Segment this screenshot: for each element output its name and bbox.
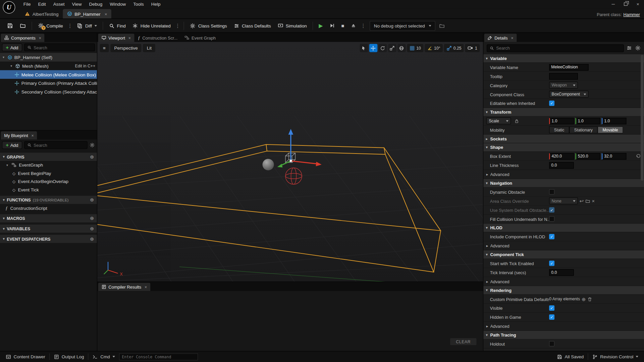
viewport-3d[interactable]: ≡ Perspective Lit 10 — [97, 42, 483, 282]
gear-icon[interactable] — [90, 142, 95, 148]
rotation-snap-control[interactable]: 10° — [425, 44, 443, 52]
class-settings-button[interactable]: Class Settings — [187, 20, 230, 31]
box-extent-z-field[interactable] — [602, 153, 626, 160]
category-dropdown[interactable]: Weapon — [549, 82, 578, 89]
lock-icon[interactable] — [514, 118, 519, 123]
section-header-transform[interactable]: ▾Transform — [483, 108, 644, 117]
scale-y-field[interactable] — [576, 118, 600, 124]
compile-options-icon[interactable]: ⋮ — [67, 23, 73, 28]
tab-close-icon[interactable]: × — [105, 11, 107, 16]
grid-snap-control[interactable]: 10 — [407, 44, 423, 52]
reset-to-default-icon[interactable] — [636, 154, 641, 159]
view-mode-dropdown[interactable]: Lit — [143, 44, 155, 52]
compile-button[interactable]: ? Compile — [35, 20, 66, 31]
mobility-static-button[interactable]: Static — [549, 126, 569, 133]
visible-checkbox[interactable] — [549, 305, 554, 311]
section-event-dispatchers[interactable]: ▾ EVENT DISPATCHERS ⊕ — [0, 235, 97, 243]
move-tool-button[interactable] — [369, 44, 377, 52]
clear-button[interactable]: CLEAR — [450, 338, 476, 345]
world-local-toggle[interactable] — [397, 44, 406, 52]
cmd-dropdown[interactable]: Cmd — [89, 351, 119, 362]
all-saved-indicator[interactable]: All Saved — [553, 351, 588, 362]
event-beginplay-row[interactable]: ◇ Event BeginPlay — [0, 169, 97, 177]
expander-icon[interactable]: ▾ — [5, 163, 9, 167]
perspective-dropdown[interactable]: Perspective — [110, 44, 141, 52]
hide-unrelated-button[interactable]: Hide Unrelated — [129, 20, 173, 31]
include-hlod-checkbox[interactable] — [549, 234, 554, 239]
mobility-movable-button[interactable]: Movable — [598, 126, 623, 133]
tab-viewport[interactable]: Viewport × — [98, 34, 134, 42]
add-macro-icon[interactable]: ⊕ — [90, 216, 94, 221]
menu-window[interactable]: Window — [106, 0, 129, 8]
find-button[interactable]: Find — [106, 20, 129, 31]
section-header-path-tracing[interactable]: ▾Path Tracing — [483, 331, 644, 340]
area-class-dropdown[interactable]: None — [549, 197, 578, 204]
revision-control-button[interactable]: Revision Control — [588, 351, 642, 362]
start-tick-checkbox[interactable] — [549, 261, 554, 266]
scale-x-field[interactable] — [549, 118, 574, 124]
close-icon[interactable]: × — [145, 285, 147, 289]
section-header-sockets[interactable]: ▸Sockets — [483, 135, 644, 143]
box-extent-y-field[interactable] — [576, 153, 600, 160]
diff-button[interactable]: Diff — [74, 20, 100, 31]
section-header-hlod[interactable]: ▾HLOD — [483, 224, 644, 232]
gear-icon[interactable] — [635, 45, 641, 51]
event-graph-row[interactable]: ▾ EventGraph — [0, 161, 97, 169]
expander-icon[interactable]: ▾ — [9, 64, 13, 68]
tab-asset-bp-hammer[interactable]: BP_Hammer × — [63, 9, 111, 18]
minimize-button[interactable]: ─ — [607, 0, 620, 8]
details-scrollbar[interactable] — [641, 55, 644, 181]
components-search-input[interactable] — [34, 45, 92, 50]
restore-button[interactable] — [620, 0, 632, 8]
browse-asset-icon[interactable] — [585, 198, 590, 203]
dynamic-obstacle-checkbox[interactable] — [549, 189, 554, 194]
output-log-button[interactable]: Output Log — [50, 351, 88, 362]
tab-compiler-results[interactable]: Compiler Results × — [98, 283, 150, 291]
add-variable-icon[interactable]: ⊕ — [90, 226, 94, 231]
event-actorbeginoverlap-row[interactable]: ◇ Event ActorBeginOverlap — [0, 177, 97, 185]
content-drawer-button[interactable]: Content Drawer — [2, 351, 49, 362]
eject-button[interactable] — [348, 20, 359, 31]
section-header-navigation[interactable]: ▾Navigation — [483, 179, 644, 188]
rotate-tool-button[interactable] — [379, 44, 387, 52]
shape-advanced-row[interactable]: ▸Advanced — [483, 170, 644, 179]
play-options-icon[interactable]: ⋮ — [360, 23, 367, 28]
scale-tool-button[interactable] — [388, 44, 396, 52]
class-defaults-button[interactable]: Class Defaults — [231, 20, 274, 31]
event-tick-row[interactable]: ◇ Event Tick — [0, 185, 97, 193]
my-blueprint-search-input[interactable] — [34, 143, 85, 148]
rendering-advanced-row[interactable]: ▸Advanced — [483, 322, 644, 331]
component-class-dropdown[interactable]: BoxComponent — [549, 91, 589, 98]
frame-skip-button[interactable] — [327, 20, 338, 31]
component-row-primary-collision[interactable]: Primary Collision (Primary Attack Collis — [0, 79, 97, 87]
parent-class-link[interactable]: Hammer — [623, 12, 640, 17]
edit-in-cpp-link[interactable]: Edit in C++ — [75, 64, 95, 68]
simulation-button[interactable]: Simulation — [275, 20, 310, 31]
debug-object-dropdown[interactable]: No debug object selected — [370, 21, 435, 31]
component-row-secondary-collision[interactable]: Secondary Collision (Secondary Attack — [0, 87, 97, 96]
tab-construction-script[interactable]: ƒ Construction Scr... — [135, 34, 181, 42]
browse-button[interactable] — [17, 20, 29, 31]
mobility-stationary-button[interactable]: Stationary — [569, 126, 598, 133]
add-function-icon[interactable]: ⊕ — [90, 197, 94, 203]
hidden-in-game-checkbox[interactable] — [549, 314, 554, 320]
use-system-default-checkbox[interactable] — [549, 207, 554, 213]
close-icon[interactable]: × — [128, 36, 131, 40]
scale-z-field[interactable] — [602, 118, 626, 124]
menu-tools[interactable]: Tools — [129, 0, 147, 8]
expander-icon[interactable]: ▾ — [2, 55, 5, 59]
save-button[interactable] — [4, 20, 16, 31]
fill-collision-checkbox[interactable] — [549, 216, 554, 222]
section-header-shape[interactable]: ▾Shape — [483, 143, 644, 152]
section-header-rendering[interactable]: ▾Rendering — [483, 286, 644, 295]
clear-asset-icon[interactable]: × — [592, 198, 595, 204]
tick-advanced-row[interactable]: ▸Advanced — [483, 277, 644, 286]
use-selected-asset-icon[interactable]: ↩ — [580, 198, 584, 204]
variable-name-field[interactable] — [549, 64, 589, 70]
section-graphs[interactable]: ▾ GRAPHS ⊕ — [0, 153, 97, 161]
tab-details[interactable]: Details × — [484, 34, 517, 42]
section-macros[interactable]: ▾ MACROS ⊕ — [0, 214, 97, 222]
section-functions[interactable]: ▾ FUNCTIONS (19 OVERRIDABLE) ⊕ — [0, 196, 97, 204]
scale-snap-control[interactable]: 0.25 — [444, 44, 464, 52]
hlod-advanced-row[interactable]: ▸Advanced — [483, 241, 644, 250]
